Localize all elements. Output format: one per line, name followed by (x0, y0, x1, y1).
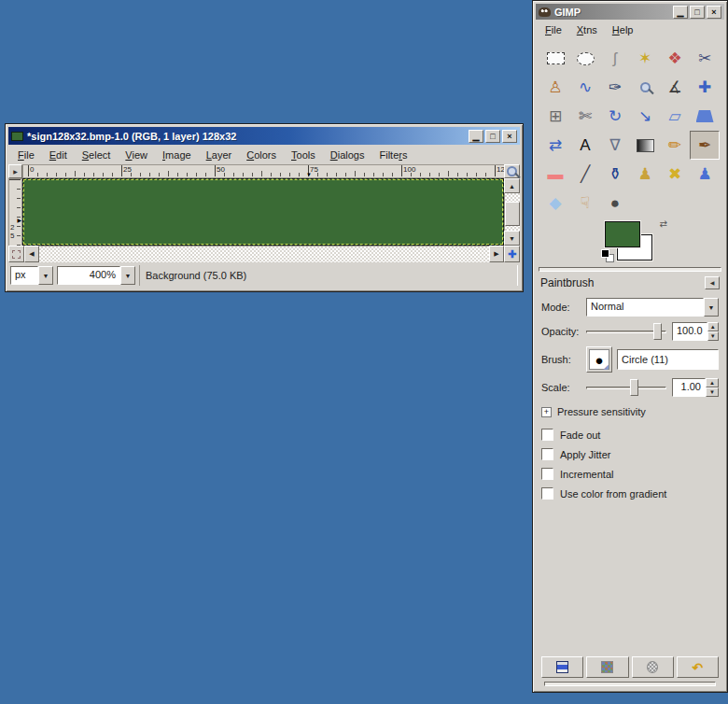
foreground-color-swatch[interactable] (605, 221, 640, 247)
tool-scale[interactable]: ↘ (630, 102, 660, 131)
tool-heal[interactable]: ✖ (660, 160, 690, 189)
delete-options-button[interactable] (632, 656, 674, 678)
scroll-left-button[interactable]: ◀ (24, 246, 39, 262)
spin-down-icon[interactable]: ▼ (706, 387, 719, 397)
minimize-button[interactable]: ▁ (673, 6, 688, 19)
horizontal-scroll-trough[interactable] (39, 246, 489, 262)
panel-menu-button[interactable]: ◀ (705, 276, 720, 289)
quickmask-toggle-button[interactable] (8, 246, 24, 262)
toolbox-titlebar[interactable]: GIMP ▁ □ × (536, 4, 724, 20)
tool-bucket-fill[interactable]: ∇ (600, 131, 630, 160)
tool-fuzzy-select[interactable]: ✶ (630, 44, 660, 73)
scroll-right-button[interactable]: ▶ (489, 246, 504, 262)
close-button[interactable]: × (502, 130, 517, 143)
tool-rect-select[interactable] (540, 44, 570, 73)
apply-jitter-checkbox[interactable] (541, 448, 553, 460)
tool-ink[interactable]: ⚱ (600, 160, 630, 189)
tool-smudge[interactable]: ☟ (570, 189, 600, 218)
incremental-checkbox[interactable] (541, 468, 553, 480)
expander-plus-icon[interactable]: + (541, 407, 552, 417)
canvas-area[interactable] (22, 178, 504, 246)
swap-colors-icon[interactable]: ⇄ (660, 218, 667, 229)
tool-flip[interactable]: ⇄ (540, 131, 570, 160)
horizontal-ruler[interactable]: ▼ 0255075100125 (22, 164, 504, 178)
use-color-from-gradient-checkbox[interactable] (541, 487, 553, 500)
scroll-up-button[interactable]: ▲ (504, 178, 520, 193)
zoom-dropdown-icon[interactable]: ▼ (120, 266, 135, 285)
spin-up-icon[interactable]: ▲ (707, 322, 719, 331)
vertical-scroll-trough[interactable] (504, 193, 520, 231)
tool-rotate[interactable]: ↻ (600, 102, 630, 131)
vertical-scrollbar[interactable]: ▲ ▼ (504, 178, 520, 246)
tool-measure[interactable]: ∡ (660, 73, 690, 102)
menu-item-layer[interactable]: Layer (199, 148, 240, 162)
opacity-slider-handle[interactable] (653, 323, 662, 340)
tool-crop[interactable]: ✄ (570, 102, 600, 131)
tool-clone[interactable]: ♟ (630, 160, 660, 189)
maximize-button[interactable]: □ (485, 130, 500, 143)
ruler-menu-button[interactable]: ▶ (8, 164, 22, 178)
minimize-button[interactable]: ▁ (469, 130, 483, 143)
tool-shear[interactable]: ▱ (660, 102, 690, 131)
image-canvas[interactable] (22, 178, 504, 246)
zoom-combo[interactable]: 400% ▼ (57, 266, 135, 285)
menu-item-dialogs[interactable]: Dialogs (323, 148, 372, 162)
tool-foreground-select[interactable]: ♙ (540, 73, 570, 102)
tool-perspective[interactable] (690, 102, 720, 131)
tool-dodge-burn[interactable]: ● (600, 189, 630, 218)
tool-airbrush[interactable]: ╱ (570, 160, 600, 189)
tool-pencil[interactable]: ✏ (660, 131, 690, 160)
menu-item-select[interactable]: Select (75, 148, 119, 162)
menu-item-image[interactable]: Image (155, 148, 199, 162)
image-window-titlebar[interactable]: *sign128x32.bmp-1.0 (RGB, 1 layer) 128x3… (8, 127, 520, 145)
fade-out-checkbox[interactable] (541, 429, 553, 441)
menu-item-help[interactable]: Help (605, 22, 641, 37)
unit-dropdown-icon[interactable]: ▼ (38, 266, 53, 285)
opacity-spinbox[interactable]: 100.0 ▲ ▼ (672, 322, 719, 341)
tool-paintbrush[interactable]: ✒ (690, 131, 720, 160)
vertical-scroll-thumb[interactable] (505, 202, 520, 226)
tool-scissors-select[interactable]: ✂ (690, 44, 720, 73)
menu-item-colors[interactable]: Colors (239, 148, 284, 162)
spin-down-icon[interactable]: ▼ (707, 331, 719, 341)
maximize-button[interactable]: □ (690, 6, 705, 19)
scale-spinbox[interactable]: 1.00 ▲ ▼ (672, 378, 719, 397)
default-colors-button[interactable] (601, 249, 616, 264)
pressure-sensitivity-expander[interactable]: + Pressure sensitivity (541, 406, 719, 417)
menu-item-file[interactable]: File (10, 148, 42, 162)
tool-eraser[interactable]: ▬ (540, 160, 570, 189)
mode-dropdown-icon[interactable]: ▼ (704, 298, 719, 317)
tool-text[interactable]: A (570, 131, 600, 160)
menu-item-file[interactable]: File (538, 22, 569, 37)
restore-options-button[interactable] (586, 656, 628, 678)
tool-perspective-clone[interactable]: ♟ (690, 160, 720, 189)
tool-free-select[interactable]: ʃ (600, 44, 630, 73)
close-button[interactable]: × (707, 6, 721, 19)
reset-options-button[interactable]: ↶ (677, 656, 719, 678)
navigation-button[interactable]: ✚ (504, 246, 520, 262)
unit-combo[interactable]: px ▼ (10, 266, 53, 285)
tool-align[interactable]: ⊞ (540, 102, 570, 131)
tool-gradient[interactable] (630, 131, 660, 160)
tool-zoom[interactable] (630, 73, 660, 102)
tool-blur-sharpen[interactable]: ◆ (540, 189, 570, 218)
scroll-down-button[interactable]: ▼ (504, 231, 520, 246)
tool-select-by-color[interactable]: ❖ (660, 44, 690, 73)
tool-paths[interactable]: ∿ (570, 73, 600, 102)
menu-item-view[interactable]: View (118, 148, 155, 162)
brush-select-button[interactable]: ● ◢ (586, 346, 612, 373)
save-options-button[interactable] (541, 656, 583, 678)
tool-color-picker[interactable]: ✑ (600, 73, 630, 102)
opacity-slider[interactable] (586, 323, 666, 340)
spin-up-icon[interactable]: ▲ (706, 378, 719, 387)
tool-ellipse-select[interactable] (570, 44, 600, 73)
tool-move[interactable]: ✚ (690, 73, 720, 102)
zoom-follow-window-button[interactable] (504, 164, 520, 178)
menu-item-xtns[interactable]: Xtns (569, 22, 605, 37)
mode-dropdown[interactable]: Normal ▼ (586, 298, 719, 317)
menu-item-tools[interactable]: Tools (284, 148, 323, 162)
scale-slider-handle[interactable] (630, 379, 638, 396)
menu-item-edit[interactable]: Edit (42, 148, 75, 162)
scale-slider[interactable] (586, 379, 666, 396)
vertical-ruler[interactable]: 2 5 ▶ (8, 178, 22, 246)
